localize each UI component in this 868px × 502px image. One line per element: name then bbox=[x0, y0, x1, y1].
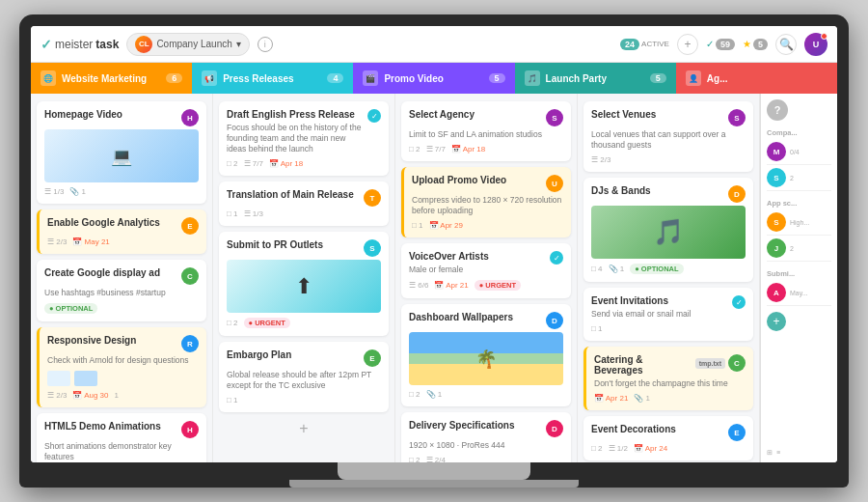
meta-progress: ☰ 7/7 bbox=[426, 145, 446, 153]
card-image-beach: 🌴 bbox=[409, 332, 563, 385]
card-desc: Compress video to 1280 × 720 resolution … bbox=[412, 195, 563, 216]
col-count-1: 6 bbox=[166, 73, 182, 83]
done-check: ✓ bbox=[367, 109, 381, 123]
view-toggle: ⊞ ≡ bbox=[767, 445, 831, 457]
card-image-music: 🎵 bbox=[591, 206, 746, 259]
card-title-text: Event Decorations bbox=[591, 424, 676, 434]
project-selector[interactable]: CL Company Launch ▾ bbox=[126, 33, 249, 56]
card-desc: Short animations demonstrator key featur… bbox=[44, 441, 199, 462]
card-meta: □ 2 ☰ 2/4 bbox=[409, 456, 563, 462]
check-count-badge: ✓ 59 bbox=[706, 39, 735, 50]
card-title-text: Event Invitations bbox=[591, 295, 668, 306]
list-view-icon[interactable]: ≡ bbox=[776, 449, 780, 457]
col-icon-1: 🌐 bbox=[41, 70, 56, 86]
rp-avatar-5: A bbox=[767, 283, 786, 302]
logo-task: task bbox=[95, 38, 119, 51]
card-delivery-specs[interactable]: Delivery Specifications D 1920 × 1080 · … bbox=[401, 412, 571, 462]
search-icon[interactable]: 🔍 bbox=[775, 34, 797, 55]
rp-section-2-title: App sc... bbox=[767, 199, 831, 208]
meta-progress: ☰ 2/4 bbox=[426, 456, 446, 462]
card-title-text: Upload Promo Video bbox=[412, 175, 506, 185]
card-title-text: Submit to PR Outlets bbox=[227, 239, 323, 250]
card-submit-pr-outlets[interactable]: Submit to PR Outlets S ⬆ □ 2 ● URGENT bbox=[219, 232, 389, 336]
meta-progress: ☰ 1/3 bbox=[44, 187, 64, 196]
meta-count: □ 2 bbox=[227, 319, 238, 327]
card-desc: Send via email or snail mail bbox=[591, 309, 728, 320]
card-avatar: E bbox=[181, 217, 199, 235]
card-meta: □ 2 ☰ 7/7 📅 Apr 18 bbox=[409, 145, 563, 153]
card-google-display[interactable]: Create Google display ad C Use hashtags … bbox=[37, 260, 206, 321]
add-member-button[interactable]: + bbox=[767, 312, 786, 331]
card-voiceover-artists[interactable]: VoiceOver Artists Male or female ☰ 6/6 📅… bbox=[401, 243, 571, 298]
rp-avatar-4: J bbox=[767, 238, 786, 258]
card-upload-promo[interactable]: Upload Promo Video U Compress video to 1… bbox=[401, 167, 571, 237]
column-launch-party: Select Venues S Local venues that can su… bbox=[578, 94, 760, 462]
urgent-tag: ● URGENT bbox=[244, 318, 290, 328]
meta-count: □ 4 bbox=[591, 265, 603, 273]
star-count-badge: ★ 5 bbox=[743, 39, 768, 50]
card-meta: 📅 Apr 21 📎 1 bbox=[594, 394, 746, 403]
meta-attach: 📎 1 bbox=[634, 394, 650, 403]
optional-tag: ● OPTIONAL bbox=[44, 303, 97, 314]
notification-dot bbox=[821, 33, 827, 40]
done-check: ✓ bbox=[550, 251, 563, 265]
card-meta: □ 1 ☰ 1/3 bbox=[227, 209, 381, 218]
card-meta: □ 1 bbox=[591, 324, 728, 333]
grid-view-icon[interactable]: ⊞ bbox=[767, 449, 773, 457]
meta-count: □ 2 bbox=[591, 444, 603, 453]
card-desc: Male or female bbox=[409, 265, 546, 275]
card-homepage-video[interactable]: Homepage Video H 💻 ☰ 1/3 📎 1 bbox=[37, 101, 206, 204]
card-djs-bands[interactable]: DJs & Bands D 🎵 □ 4 📎 1 ● OPTIONAL bbox=[583, 178, 753, 282]
card-avatar: H bbox=[181, 109, 199, 126]
done-check: ✓ bbox=[732, 295, 746, 309]
card-event-decorations[interactable]: Event Decorations E □ 2 ☰ 1/2 📅 Apr 24 bbox=[583, 416, 753, 460]
card-avatar: S bbox=[728, 109, 746, 126]
card-meta: ☰ 6/6 📅 Apr 21 ● URGENT bbox=[409, 280, 546, 291]
card-avatar: C bbox=[728, 354, 746, 372]
rp-count-5: May... bbox=[790, 290, 808, 296]
app-logo: ✓ meistertask bbox=[41, 37, 119, 52]
rp-avatar-2: S bbox=[767, 168, 786, 187]
card-meta: □ 4 📎 1 ● OPTIONAL bbox=[591, 264, 746, 274]
card-select-agency[interactable]: Select Agency S Limit to SF and LA anima… bbox=[401, 101, 571, 161]
col-title-1: Website Marketing bbox=[62, 73, 147, 84]
help-bubble[interactable]: ? bbox=[767, 99, 788, 121]
card-desc: Check with Arnold for design questions bbox=[47, 355, 199, 366]
user-avatar[interactable]: U bbox=[804, 33, 827, 56]
card-responsive-design[interactable]: Responsive Design R Check with Arnold fo… bbox=[37, 327, 206, 407]
card-event-invitations[interactable]: Event Invitations Send via email or snai… bbox=[583, 288, 753, 341]
card-draft-press-release[interactable]: Draft English Press Release Focus should… bbox=[219, 101, 389, 176]
rp-avatar-3: S bbox=[767, 212, 786, 232]
meta-date: 📅 Apr 24 bbox=[634, 444, 667, 453]
card-avatar: S bbox=[364, 239, 381, 257]
card-html5-animations[interactable]: HTML5 Demo Animations H Short animations… bbox=[37, 413, 206, 462]
col-title-3: Promo Video bbox=[384, 73, 444, 84]
card-image-arrows: ⬆ bbox=[227, 260, 381, 313]
add-card-button[interactable]: + bbox=[219, 418, 389, 439]
card-catering-beverages[interactable]: Catering & Beverages tmp.txt C Don't for… bbox=[583, 347, 753, 410]
card-google-analytics[interactable]: Enable Google Analytics E ☰ 2/3 📅 May 21 bbox=[37, 209, 206, 254]
column-press-releases: Draft English Press Release Focus should… bbox=[213, 94, 395, 462]
card-avatar: E bbox=[728, 424, 746, 441]
card-title-text: VoiceOver Artists bbox=[409, 251, 489, 262]
card-desc: Don't forget the champagne this time bbox=[594, 378, 746, 389]
urgent-tag: ● URGENT bbox=[475, 280, 521, 291]
card-title-text: Embargo Plan bbox=[227, 349, 291, 360]
add-button[interactable]: + bbox=[677, 34, 698, 55]
meta-attach: 📎 1 bbox=[426, 390, 443, 399]
card-dashboard-wallpapers[interactable]: Dashboard Wallpapers D 🌴 □ 2 📎 1 bbox=[401, 304, 571, 406]
card-translation-release[interactable]: Translation of Main Release T □ 1 ☰ 1/3 bbox=[219, 181, 389, 226]
card-select-venues[interactable]: Select Venues S Local venues that can su… bbox=[583, 101, 753, 172]
meta-date: 📅 May 21 bbox=[72, 237, 109, 246]
card-avatar: U bbox=[546, 175, 563, 192]
rp-count-1: 0/4 bbox=[790, 149, 800, 155]
card-meta: ☰ 2/3 bbox=[591, 155, 746, 164]
meta-date: 📅 Apr 29 bbox=[429, 221, 463, 230]
card-embargo-plan[interactable]: Embargo Plan E Global release should be … bbox=[219, 342, 389, 412]
meta-attach: 📎 1 bbox=[609, 265, 625, 273]
meta-progress: ☰ 2/3 bbox=[47, 391, 67, 400]
rp-section-3-title: Submi... bbox=[767, 269, 831, 278]
card-title-text: Select Agency bbox=[409, 109, 475, 120]
rp-item-3: S High... bbox=[767, 209, 831, 236]
info-icon[interactable]: i bbox=[258, 37, 273, 52]
